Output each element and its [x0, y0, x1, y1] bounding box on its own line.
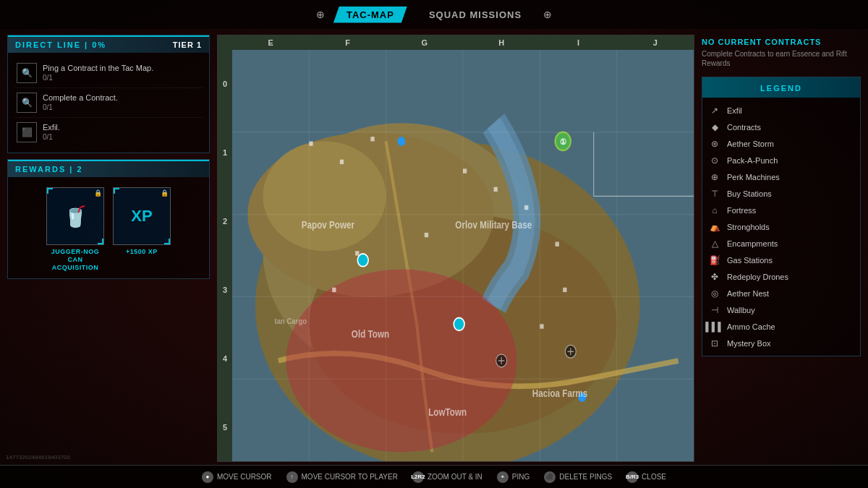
legend-item-redeploy-drones: ✤ Redeploy Drones	[708, 268, 854, 285]
legend-label-mystery-box: Mystery Box	[727, 339, 771, 348]
legend-item-mystery-box: ⊡ Mystery Box	[708, 335, 854, 351]
control-label-ping: PING	[512, 473, 529, 481]
reward-label-xp: +1500 XP	[126, 248, 158, 256]
reward-label-jugger-nog: JUGGER-NOG CAN ACQUISITION	[46, 248, 104, 271]
legend-label-strongholds: Strongholds	[727, 223, 770, 231]
mission-item-ping-contract: 🔍 Ping a Contract in the Tac Map. 0/1	[14, 59, 203, 88]
legend-title: LEGEND	[760, 84, 802, 93]
lock-icon: 🔒	[94, 189, 102, 197]
map-column-labels: EFGHIJ	[232, 35, 694, 50]
direct-line-tier: TIER 1	[173, 40, 202, 49]
control-label-close: CLOSE	[642, 473, 666, 481]
contracts-section: NO CURRENT CONTRACTS Complete Contracts …	[702, 35, 861, 71]
control-button-delete-pings: ⬛	[544, 471, 556, 483]
legend-item-wallbuy: ⊣ Wallbuy	[708, 301, 854, 318]
svg-rect-12	[524, 205, 528, 210]
map-col-label-F: F	[309, 38, 386, 47]
svg-rect-14	[563, 288, 566, 292]
map-col-label-J: J	[617, 38, 694, 47]
rewards-content: 🔒 🥤 JUGGER-NOG CAN ACQUISITION 🔒 XP +150…	[8, 180, 209, 278]
direct-line-panel: DIRECT LINE | 0% TIER 1 🔍 Ping a Contrac…	[7, 35, 210, 153]
bottom-bar: ● MOVE CURSOR ↑ MOVE CURSOR TO PLAYER L2…	[0, 465, 868, 488]
contracts-subtitle: Complete Contracts to earn Essence and R…	[702, 49, 861, 68]
mission-progress-exfil: 0/1	[43, 133, 200, 141]
control-label-move-cursor: MOVE CURSOR	[217, 473, 272, 481]
reward-item-jugger-nog: 🔒 🥤 JUGGER-NOG CAN ACQUISITION	[46, 187, 104, 271]
legend-icon-exfil: ↗	[708, 104, 721, 117]
legend-icon-buy-stations: ⊤	[708, 187, 721, 200]
crosshair-left-icon: ⊕	[316, 9, 325, 20]
legend-label-wallbuy: Wallbuy	[727, 306, 755, 314]
legend-icon-strongholds: ⛺	[708, 221, 721, 234]
legend-icon-mystery-box: ⊡	[708, 337, 721, 350]
mission-item-complete-contract: 🔍 Complete a Contract. 0/1	[14, 88, 203, 118]
legend-item-contracts: ◆ Contracts	[708, 119, 854, 135]
legend-label-aether-nest: Aether Nest	[727, 289, 769, 298]
left-panel: DIRECT LINE | 0% TIER 1 🔍 Ping a Contrac…	[7, 35, 210, 462]
control-close: B/R3 CLOSE	[626, 471, 666, 483]
svg-text:Old Town: Old Town	[352, 328, 390, 340]
map-row-label-3: 3	[218, 255, 232, 324]
svg-text:Papov Power: Papov Power	[302, 219, 354, 231]
map-row-label-0: 0	[218, 50, 232, 119]
control-button-close: B/R3	[626, 471, 638, 483]
legend-label-encampments: Encampments	[727, 239, 778, 248]
map-row-label-1: 1	[218, 119, 232, 187]
tab-tac-map[interactable]: TAC-MAP	[333, 7, 407, 23]
mission-list: 🔍 Ping a Contract in the Tac Map. 0/1 🔍 …	[8, 53, 209, 153]
svg-text:Hacioa Farms: Hacioa Farms	[532, 388, 588, 400]
svg-rect-18	[332, 288, 336, 292]
legend-icon-aether-nest: ◎	[708, 287, 721, 300]
map-col-label-I: I	[540, 38, 616, 47]
legend-item-buy-stations: ⊤ Buy Stations	[708, 185, 854, 202]
legend-label-gas-stations: Gas Stations	[727, 256, 773, 265]
contracts-title: NO CURRENT CONTRACTS	[702, 38, 861, 46]
mission-name-complete-contract: Complete a Contract.	[43, 93, 200, 103]
rewards-header: REWARDS | 2	[8, 160, 209, 177]
legend-label-exfil: Exfil	[727, 106, 742, 115]
mission-text-ping-contract: Ping a Contract in the Tac Map. 0/1	[43, 63, 200, 82]
reward-item-xp: 🔒 XP +1500 XP	[113, 187, 171, 271]
legend-item-perk-machines: ⊕ Perk Machines	[708, 168, 854, 185]
control-label-zoom: ZOOM OUT & IN	[427, 473, 482, 481]
svg-text:①: ①	[560, 137, 566, 147]
map-row-labels: 012345	[218, 50, 232, 461]
legend-label-pack-a-punch: Pack-A-Punch	[727, 156, 778, 165]
reward-box-jugger-nog: 🔒 🥤	[46, 187, 104, 245]
legend-item-pack-a-punch: ⊙ Pack-A-Punch	[708, 152, 854, 168]
right-panel: NO CURRENT CONTRACTS Complete Contracts …	[702, 35, 861, 462]
svg-rect-17	[355, 251, 359, 255]
control-move-cursor-player: ↑ MOVE CURSOR TO PLAYER	[286, 471, 398, 483]
crosshair-right-icon: ⊕	[543, 9, 552, 20]
map-row-label-2: 2	[218, 187, 232, 256]
map-container[interactable]: EFGHIJ 012345	[217, 35, 694, 462]
legend-icon-encampments: △	[708, 237, 721, 250]
legend-icon-gas-stations: ⛽	[708, 254, 721, 267]
control-label-delete-pings: DELETE PINGS	[559, 473, 612, 481]
legend-item-aether-storm: ⊛ Aether Storm	[708, 135, 854, 152]
control-zoom: L2R2 ZOOM OUT & IN	[412, 471, 482, 483]
map-col-label-G: G	[386, 38, 463, 47]
svg-rect-11	[494, 187, 498, 192]
legend-item-ammo-cache: ▌▌▌ Ammo Cache	[708, 318, 854, 335]
legend-label-contracts: Contracts	[727, 123, 761, 132]
reward-icon-jugger-nog: 🥤	[63, 205, 88, 228]
control-button-move-cursor-player: ↑	[286, 471, 298, 483]
mission-icon-ping-contract: 🔍	[17, 63, 37, 83]
svg-point-5	[263, 141, 386, 251]
svg-point-23	[357, 254, 368, 267]
direct-line-header: DIRECT LINE | 0% TIER 1	[8, 35, 209, 53]
main-container: ⊕ TAC-MAP SQUAD MISSIONS ⊕ DIRECT LINE |…	[0, 0, 868, 488]
lock-icon: 🔒	[161, 189, 169, 197]
tab-squad-missions[interactable]: SQUAD MISSIONS	[416, 7, 535, 23]
map-terrain: ①	[232, 50, 694, 461]
mission-name-exfil: Exfil.	[43, 122, 200, 132]
legend-list: ↗ Exfil ◆ Contracts ⊛ Aether Storm ⊙ Pac…	[702, 98, 860, 356]
mission-item-exfil: ⬛ Exfil. 0/1	[14, 118, 203, 147]
control-move-cursor: ● MOVE CURSOR	[202, 471, 272, 483]
svg-rect-9	[370, 137, 374, 141]
svg-text:LowTown: LowTown	[428, 406, 467, 418]
control-button-ping: +	[497, 471, 509, 483]
mission-progress-complete-contract: 0/1	[43, 103, 200, 111]
mission-text-complete-contract: Complete a Contract. 0/1	[43, 93, 200, 111]
